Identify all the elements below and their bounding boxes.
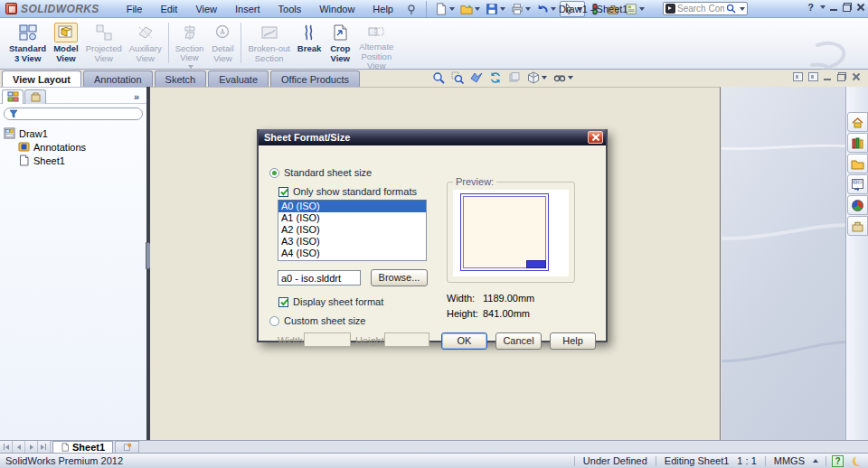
model-view-button[interactable]: Model View [50, 20, 81, 69]
appearances-tab[interactable] [847, 195, 868, 215]
format-item-a4[interactable]: A4 (ISO) [278, 248, 426, 259]
only-show-standard-formats-label: Only show standard formats [293, 186, 417, 197]
tree-item-draw1[interactable]: Draw1 [4, 126, 146, 140]
display-style-icon[interactable] [553, 71, 573, 84]
doc-pane-icon-a[interactable] [793, 72, 803, 81]
format-item-a3[interactable]: A3 (ISO) [278, 236, 426, 248]
rotate-view-icon[interactable] [489, 71, 502, 84]
tree-filter-input[interactable] [4, 108, 143, 120]
property-manager-tab[interactable] [24, 89, 46, 104]
open-document-button[interactable] [458, 2, 482, 16]
zoom-to-area-icon[interactable] [451, 71, 464, 84]
cancel-button[interactable]: Cancel [495, 332, 542, 350]
menu-tools[interactable]: Tools [269, 1, 311, 17]
help-dropdown-icon[interactable] [820, 5, 826, 9]
search-commands-box[interactable] [663, 2, 748, 15]
custom-sheet-size-radio[interactable]: Custom sheet size [269, 315, 365, 326]
new-document-button[interactable] [433, 2, 457, 16]
format-item-a0[interactable]: A0 (ISO) [278, 201, 426, 212]
close-button[interactable] [856, 3, 865, 12]
sheet-format-list[interactable]: A0 (ISO) A1 (ISO) A2 (ISO) A3 (ISO) A4 (… [278, 200, 427, 261]
design-library-tab[interactable] [847, 133, 868, 153]
crop-view-button[interactable]: Crop View [325, 20, 355, 69]
tab-sketch[interactable]: Sketch [155, 70, 207, 87]
expand-panel-icon[interactable]: » [134, 91, 145, 102]
solidworks-resources-tab[interactable] [847, 112, 868, 132]
tree-item-sheet1[interactable]: Sheet1 [4, 154, 146, 167]
view-palette-tab[interactable] [847, 174, 868, 194]
quick-tips-icon[interactable] [853, 456, 863, 466]
display-style-dropdown-icon[interactable] [568, 76, 573, 80]
folder-icon [851, 157, 864, 171]
doc-pane-icon-b[interactable] [808, 72, 818, 81]
solidworks-search-icon [665, 4, 675, 14]
add-sheet-tab[interactable] [115, 441, 139, 453]
tab-annotation[interactable]: Annotation [83, 70, 153, 87]
info-height-value: 841.00mm [483, 308, 530, 319]
custom-width-field [304, 332, 351, 347]
restore-button[interactable] [843, 3, 852, 12]
units-selector[interactable]: MMGS [766, 455, 813, 466]
annotations-folder-icon [18, 141, 30, 153]
doc-close-button[interactable] [852, 72, 861, 81]
radio-unselected-icon[interactable] [269, 316, 279, 326]
next-sheet-button[interactable] [25, 441, 38, 453]
broken-out-section-button: Broken-out Section [244, 20, 293, 69]
menu-file[interactable]: File [118, 1, 152, 17]
menu-insert[interactable]: Insert [226, 1, 269, 17]
checkbox-checked-icon[interactable] [278, 187, 288, 197]
menu-help[interactable]: Help [363, 1, 402, 17]
search-input[interactable] [677, 4, 724, 14]
command-tabs: View Layout Annotation Sketch Evaluate O… [2, 70, 362, 87]
units-dropdown-icon[interactable] [813, 459, 818, 463]
menu-edit[interactable]: Edit [151, 1, 186, 17]
feature-tree-tab[interactable] [2, 89, 24, 104]
zoom-to-fit-icon[interactable] [432, 71, 445, 84]
last-sheet-button[interactable] [38, 441, 51, 453]
help-button-dialog[interactable]: Help [550, 332, 596, 350]
first-sheet-button[interactable] [0, 441, 13, 453]
status-help-icon[interactable]: ? [832, 455, 844, 467]
browse-button[interactable]: Browse... [371, 269, 428, 286]
format-item-a1[interactable]: A1 (ISO) [278, 212, 426, 224]
background-swoosh-icon [722, 87, 845, 440]
format-file-field[interactable] [278, 270, 361, 285]
help-button[interactable]: ? [807, 2, 814, 13]
view-orientation-dropdown-icon[interactable] [542, 76, 547, 80]
tab-view-layout[interactable]: View Layout [2, 70, 81, 87]
view-palette-icon [851, 178, 864, 192]
menu-window[interactable]: Window [310, 1, 363, 17]
menu-view[interactable]: View [186, 1, 226, 17]
sheet-tab-label: Sheet1 [72, 442, 105, 453]
minimize-button[interactable] [830, 4, 838, 12]
radio-selected-icon[interactable] [269, 168, 279, 178]
format-item-a2[interactable]: A2 (ISO) [278, 224, 426, 236]
only-show-standard-formats-checkbox[interactable]: Only show standard formats [278, 186, 417, 197]
print-button[interactable] [509, 2, 533, 16]
break-button[interactable]: Break [294, 20, 325, 69]
display-sheet-format-checkbox[interactable]: Display sheet format [278, 296, 383, 307]
undo-button[interactable] [534, 2, 558, 16]
doc-minimize-button[interactable] [824, 73, 832, 81]
custom-properties-tab[interactable] [847, 216, 868, 236]
file-explorer-tab[interactable] [847, 154, 868, 173]
tab-evaluate[interactable]: Evaluate [208, 70, 269, 87]
prev-sheet-button[interactable] [13, 441, 25, 453]
magnifier-icon[interactable] [726, 4, 736, 14]
dialog-close-button[interactable] [588, 131, 603, 144]
search-dropdown-icon[interactable] [740, 7, 745, 11]
standard-sheet-size-label: Standard sheet size [284, 167, 372, 178]
zoom-to-selection-icon[interactable] [470, 71, 483, 84]
standard-3-view-button[interactable]: Standard 3 View [5, 20, 50, 69]
pin-menu-icon[interactable] [406, 4, 417, 14]
doc-restore-button[interactable] [837, 72, 846, 81]
standard-sheet-size-radio[interactable]: Standard sheet size [269, 167, 372, 178]
save-button[interactable] [484, 2, 507, 16]
ok-button[interactable]: OK [441, 332, 487, 350]
sheet1-tab[interactable]: Sheet1 [52, 441, 113, 453]
dialog-title-bar[interactable]: Sheet Format/Size [259, 129, 606, 145]
view-orientation-icon[interactable] [527, 71, 547, 84]
tree-item-annotations[interactable]: Annotations [4, 140, 146, 154]
tab-office-products[interactable]: Office Products [270, 70, 360, 87]
checkbox-checked-icon[interactable] [278, 297, 288, 307]
